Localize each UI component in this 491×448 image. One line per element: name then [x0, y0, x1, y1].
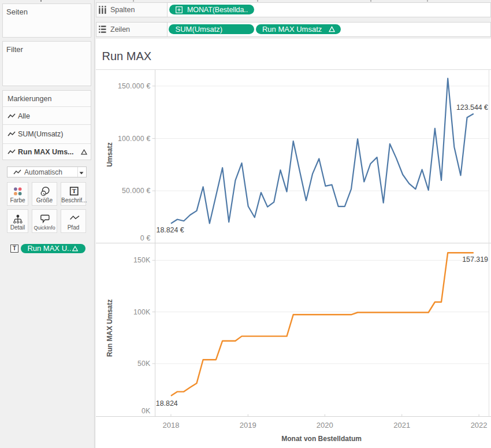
svg-text:Umsatz: Umsatz	[106, 142, 114, 167]
svg-text:0K: 0K	[142, 407, 151, 415]
svg-text:2022: 2022	[471, 421, 488, 430]
svg-text:150K: 150K	[133, 256, 151, 264]
svg-text:2020: 2020	[317, 421, 333, 430]
svg-text:100K: 100K	[133, 308, 151, 316]
svg-text:50K: 50K	[137, 360, 151, 368]
svg-text:157.319: 157.319	[462, 256, 488, 264]
svg-text:18.824: 18.824	[156, 399, 178, 408]
svg-text:2018: 2018	[162, 421, 179, 430]
svg-text:Monat von Bestelldatum: Monat von Bestelldatum	[281, 435, 362, 443]
svg-text:50.000 €: 50.000 €	[122, 187, 150, 195]
svg-text:0 €: 0 €	[140, 234, 151, 242]
svg-text:2021: 2021	[393, 421, 410, 430]
svg-text:150.000 €: 150.000 €	[118, 82, 151, 90]
svg-text:Run MAX Umsatz: Run MAX Umsatz	[106, 299, 114, 357]
svg-text:2019: 2019	[240, 421, 256, 430]
svg-text:123.544 €: 123.544 €	[456, 103, 488, 112]
svg-text:100.000 €: 100.000 €	[118, 135, 151, 143]
svg-text:18.824 €: 18.824 €	[157, 226, 184, 234]
svg-text:Run MAX: Run MAX	[102, 50, 152, 62]
